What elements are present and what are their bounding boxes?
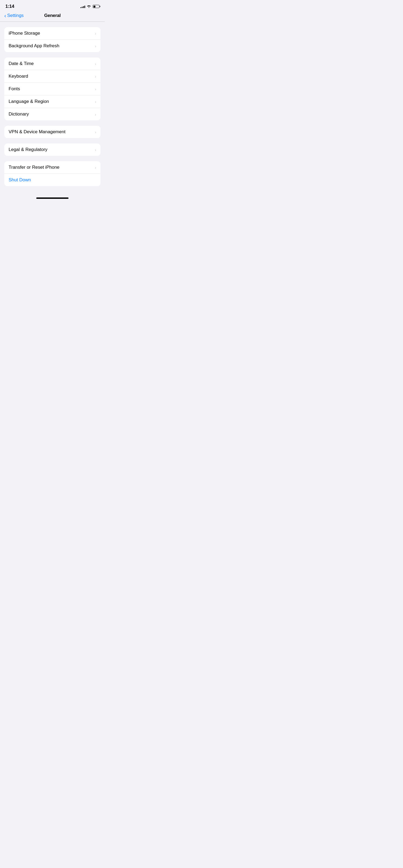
chevron-icon: › [95, 112, 96, 117]
keyboard-row[interactable]: Keyboard › [4, 70, 100, 83]
vpn-device-management-label: VPN & Device Management [9, 129, 66, 134]
keyboard-label: Keyboard [9, 73, 28, 79]
legal-regulatory-row[interactable]: Legal & Regulatory › [4, 144, 100, 156]
legal-regulatory-label: Legal & Regulatory [9, 147, 48, 152]
battery-icon [93, 5, 99, 8]
back-label: Settings [7, 13, 24, 18]
chevron-icon: › [95, 74, 96, 79]
chevron-icon: › [95, 62, 96, 66]
shut-down-label: Shut Down [9, 177, 31, 183]
chevron-icon: › [95, 31, 96, 36]
back-chevron-icon: ‹ [4, 13, 6, 18]
chevron-icon: › [95, 130, 96, 134]
dictionary-label: Dictionary [9, 112, 29, 117]
fonts-row[interactable]: Fonts › [4, 83, 100, 95]
transfer-reset-row[interactable]: Transfer or Reset iPhone › [4, 161, 100, 174]
vpn-group: VPN & Device Management › [4, 126, 100, 138]
legal-group: Legal & Regulatory › [4, 144, 100, 156]
shut-down-row[interactable]: Shut Down [4, 174, 100, 186]
fonts-label: Fonts [9, 86, 20, 92]
home-indicator [0, 194, 105, 201]
status-time: 1:14 [5, 4, 14, 9]
chevron-icon: › [95, 148, 96, 152]
nav-bar: ‹ Settings General [0, 11, 105, 22]
settings-content: iPhone Storage › Background App Refresh … [0, 22, 105, 191]
date-time-row[interactable]: Date & Time › [4, 58, 100, 70]
page-title: General [44, 13, 60, 18]
reset-group: Transfer or Reset iPhone › Shut Down [4, 161, 100, 186]
dictionary-row[interactable]: Dictionary › [4, 108, 100, 120]
chevron-icon: › [95, 87, 96, 91]
chevron-icon: › [95, 44, 96, 49]
locale-group: Date & Time › Keyboard › Fonts › Languag… [4, 58, 100, 120]
home-indicator-bar [36, 197, 68, 199]
iphone-storage-row[interactable]: iPhone Storage › [4, 27, 100, 40]
wifi-icon [87, 5, 91, 8]
status-icons [80, 5, 99, 8]
storage-group: iPhone Storage › Background App Refresh … [4, 27, 100, 52]
transfer-reset-label: Transfer or Reset iPhone [9, 165, 59, 170]
language-region-label: Language & Region [9, 99, 49, 104]
back-button[interactable]: ‹ Settings [4, 13, 24, 18]
vpn-device-management-row[interactable]: VPN & Device Management › [4, 126, 100, 138]
status-bar: 1:14 [0, 0, 105, 11]
background-app-refresh-label: Background App Refresh [9, 43, 59, 49]
iphone-storage-label: iPhone Storage [9, 31, 40, 36]
signal-icon [80, 5, 85, 8]
chevron-icon: › [95, 165, 96, 170]
background-app-refresh-row[interactable]: Background App Refresh › [4, 40, 100, 52]
date-time-label: Date & Time [9, 61, 34, 66]
chevron-icon: › [95, 99, 96, 104]
language-region-row[interactable]: Language & Region › [4, 95, 100, 108]
